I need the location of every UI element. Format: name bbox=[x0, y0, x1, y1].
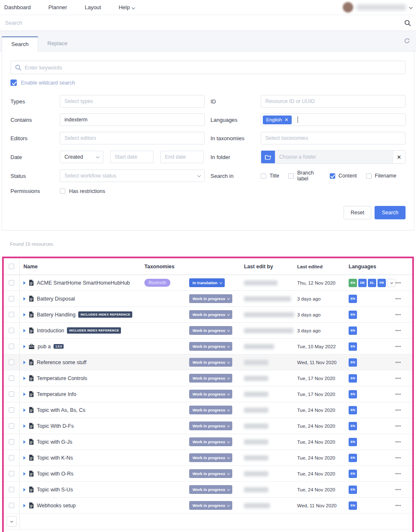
more-actions-icon[interactable]: ••• bbox=[395, 472, 401, 476]
more-actions-icon[interactable]: ••• bbox=[395, 281, 401, 285]
more-actions-icon[interactable]: ••• bbox=[395, 440, 401, 444]
language-badge-en[interactable]: EN bbox=[349, 486, 357, 494]
workflow-status-button[interactable]: Work in progress bbox=[189, 485, 232, 494]
refresh-icon[interactable] bbox=[404, 38, 410, 44]
more-actions-icon[interactable]: ••• bbox=[395, 329, 401, 333]
more-actions-icon[interactable]: ••• bbox=[395, 392, 401, 396]
language-badge-en[interactable]: EN bbox=[349, 295, 357, 303]
resource-name[interactable]: Battery Handling bbox=[37, 312, 75, 318]
expand-arrow-icon[interactable] bbox=[23, 440, 26, 444]
workflow-status-button[interactable]: Work in progress bbox=[189, 342, 232, 351]
language-badge-en[interactable]: EN bbox=[349, 422, 357, 430]
expand-arrow-icon[interactable] bbox=[23, 424, 26, 428]
workflow-status-button[interactable]: Work in progress bbox=[189, 310, 232, 319]
more-actions-icon[interactable]: ••• bbox=[395, 344, 401, 349]
workflow-status-button[interactable]: Work in progress bbox=[189, 453, 232, 462]
more-actions-icon[interactable]: ••• bbox=[395, 376, 401, 380]
more-actions-icon[interactable]: ••• bbox=[395, 424, 401, 428]
workflow-status-button[interactable]: Work in progress bbox=[189, 294, 232, 303]
workflow-status-button[interactable]: Work in progress bbox=[189, 358, 232, 367]
language-badge-en[interactable]: EN bbox=[349, 470, 357, 478]
global-search-input[interactable] bbox=[5, 20, 404, 26]
language-badge-en[interactable]: EN bbox=[349, 406, 357, 414]
resource-name[interactable]: Introduction bbox=[37, 328, 64, 334]
more-actions-icon[interactable]: ••• bbox=[395, 456, 401, 460]
language-badge-el[interactable]: EL bbox=[368, 279, 376, 287]
row-checkbox[interactable] bbox=[9, 344, 14, 349]
workflow-status-button[interactable]: Work in progress bbox=[189, 374, 232, 383]
wildcard-checkbox[interactable] bbox=[10, 80, 17, 86]
row-checkbox[interactable] bbox=[9, 487, 14, 492]
resource-name[interactable]: Battery Disposal bbox=[37, 296, 75, 302]
resource-name[interactable]: Topic with As, Bs, Cs bbox=[37, 407, 85, 413]
more-actions-icon[interactable]: ••• bbox=[395, 504, 401, 508]
resource-name[interactable]: Reference some stuff bbox=[37, 360, 87, 365]
reset-button[interactable]: Reset bbox=[344, 206, 372, 219]
language-badge-en[interactable]: EN bbox=[349, 374, 357, 383]
resource-name[interactable]: ACME SmartHome SmartHomeHubHub bbox=[37, 280, 130, 286]
remove-language-icon[interactable]: ✕ bbox=[285, 117, 288, 123]
language-badge-en[interactable]: EN bbox=[349, 501, 357, 510]
folder-placeholder[interactable]: Choose a folder bbox=[275, 154, 393, 160]
end-date-input[interactable] bbox=[160, 151, 204, 163]
search-in-checkbox[interactable] bbox=[330, 173, 335, 179]
date-type-select[interactable]: Created bbox=[60, 151, 103, 163]
more-actions-icon[interactable]: ••• bbox=[395, 297, 401, 301]
expand-arrow-icon[interactable] bbox=[23, 393, 26, 396]
resource-name[interactable]: Temperature Controls bbox=[37, 375, 87, 381]
row-checkbox[interactable] bbox=[9, 375, 14, 381]
nav-planner[interactable]: Planner bbox=[49, 4, 67, 10]
editors-input[interactable] bbox=[60, 132, 205, 144]
row-checkbox[interactable] bbox=[9, 360, 14, 365]
contains-input[interactable] bbox=[60, 113, 205, 126]
bulk-select-dropdown[interactable] bbox=[7, 516, 17, 527]
languages-field[interactable]: English✕ bbox=[261, 113, 406, 126]
clear-folder-button[interactable]: ✕ bbox=[393, 150, 405, 164]
expand-arrow-icon[interactable] bbox=[23, 377, 26, 380]
workflow-status-select[interactable]: Select workflow status bbox=[60, 170, 205, 182]
language-badge-en[interactable]: EN bbox=[349, 390, 357, 398]
expand-arrow-icon[interactable] bbox=[23, 313, 26, 316]
more-actions-icon[interactable]: ••• bbox=[395, 488, 401, 492]
language-badge-en[interactable]: EN bbox=[349, 311, 357, 319]
resource-name[interactable]: Topic with K-Ns bbox=[37, 455, 73, 461]
types-input[interactable] bbox=[60, 95, 205, 108]
search-button[interactable]: Search bbox=[375, 206, 406, 219]
expand-arrow-icon[interactable] bbox=[23, 488, 26, 491]
row-checkbox[interactable] bbox=[9, 471, 14, 476]
expand-arrow-icon[interactable] bbox=[23, 297, 26, 301]
resource-name[interactable]: Temperature Info bbox=[37, 391, 77, 397]
restrictions-checkbox[interactable] bbox=[60, 188, 65, 194]
resource-name[interactable]: Topic With D-Fs bbox=[37, 423, 74, 429]
resource-name[interactable]: Topic with G-Js bbox=[37, 439, 72, 445]
resource-name[interactable]: Topic with S-Us bbox=[37, 487, 73, 493]
nav-help[interactable]: Help bbox=[118, 4, 134, 10]
expand-arrow-icon[interactable] bbox=[23, 361, 26, 364]
language-badge-de[interactable]: DE bbox=[358, 279, 367, 287]
start-date-input[interactable] bbox=[110, 151, 154, 163]
workflow-status-button[interactable]: Work in progress bbox=[189, 469, 232, 478]
nav-dashboard[interactable]: Dashboard bbox=[4, 4, 31, 10]
user-menu[interactable] bbox=[343, 2, 412, 13]
expand-arrow-icon[interactable] bbox=[23, 472, 26, 475]
search-icon[interactable] bbox=[404, 20, 411, 26]
row-checkbox[interactable] bbox=[9, 280, 14, 285]
workflow-status-button[interactable]: Work in progress bbox=[189, 326, 232, 335]
row-checkbox[interactable] bbox=[9, 407, 14, 413]
nav-layout[interactable]: Layout bbox=[85, 4, 101, 10]
resource-name[interactable]: Topic with O-Rs bbox=[37, 471, 74, 477]
row-checkbox[interactable] bbox=[9, 439, 14, 445]
language-badge-en[interactable]: EN bbox=[349, 454, 357, 462]
workflow-status-button[interactable]: Work in progress bbox=[189, 501, 232, 510]
row-checkbox[interactable] bbox=[9, 455, 14, 460]
language-badge-en[interactable]: EN bbox=[349, 279, 357, 287]
search-in-checkbox[interactable] bbox=[366, 173, 372, 179]
language-badge-en[interactable]: EN bbox=[349, 358, 357, 367]
id-input[interactable] bbox=[261, 95, 406, 108]
row-checkbox[interactable] bbox=[9, 328, 14, 333]
tab-search[interactable]: Search bbox=[2, 36, 38, 51]
more-actions-icon[interactable]: ••• bbox=[395, 313, 401, 317]
taxonomy-pill[interactable]: Bluetooth bbox=[144, 279, 170, 287]
workflow-status-button[interactable]: Work in progress bbox=[189, 390, 232, 398]
resource-name[interactable]: Webhooks setup bbox=[37, 503, 76, 509]
